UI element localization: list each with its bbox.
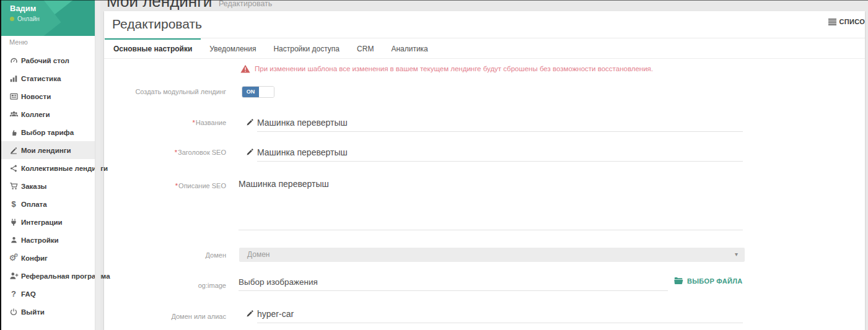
domain-select[interactable]: Домен ▾ [239,248,745,262]
card-header: Редактировать СПИСОК [104,11,865,38]
sidebar-item-label: Интеграции [21,219,63,226]
user-plus-icon [8,271,19,280]
sidebar-item-settings[interactable]: Настройки [0,231,95,249]
warning-text: При изменении шаблона все изменения в ва… [255,64,653,72]
folder-icon [674,277,683,285]
question-icon: ? [8,289,19,298]
page-title: Мои лендинги [107,0,212,11]
seo-description-textarea[interactable]: Машинка перевертыш [239,177,743,230]
app-window: Вадим Онлайн Меню Рабочий стол Статистик… [0,0,868,330]
breadcrumb: Редактировать [219,0,272,8]
tab-bar: Основные настройки Уведомления Настройки… [104,38,865,59]
dashboard-icon [8,56,19,65]
pen-icon [8,146,19,155]
og-image-field-label: og:image [104,282,226,289]
required-asterisk: * [175,182,178,189]
sidebar-item-label: Рабочий стол [21,57,69,64]
required-asterisk: * [193,119,195,126]
sidebar-nav: Рабочий стол Статистика Новости Коллеги … [0,51,95,321]
sidebar-item-label: Мои лендинги [21,147,71,154]
og-image-input[interactable] [239,274,668,291]
list-icon [828,19,836,25]
edit-pencil-icon[interactable] [246,309,254,320]
page-header: Мои лендинги Редактировать [107,0,664,11]
alias-field-label: Домен или алиас [104,313,226,320]
chevron-down-icon: ▾ [735,248,738,261]
window-left-edge [0,0,1,330]
sidebar-item-faq[interactable]: ? FAQ [0,285,95,303]
online-status-label: Онлайн [17,15,40,22]
sidebar-item-payment[interactable]: $ Оплата [0,195,95,213]
user-icon [8,236,19,244]
sidebar-item-label: FAQ [21,290,36,298]
sidebar-item-label: Заказы [21,183,46,190]
required-asterisk: * [175,149,177,156]
module-toggle[interactable]: ON [242,86,274,98]
cart-icon [8,181,19,191]
sidebar-item-label: Статистика [21,75,61,82]
domain-select-value: Домен [247,248,270,262]
plug-icon [8,218,19,227]
sidebar-item-label: Новости [21,93,51,100]
power-icon [8,308,19,316]
edit-pencil-icon[interactable] [246,147,254,158]
sidebar-item-orders[interactable]: Заказы [0,177,95,195]
list-button[interactable]: СПИСОК [828,18,866,25]
card-title: Редактировать [112,17,202,32]
bar-chart-icon [8,74,19,83]
tab-notifications[interactable]: Уведомления [201,38,265,58]
sidebar-item-tariff[interactable]: Выбор тарифа [0,123,95,141]
toggle-off-segment [259,87,274,97]
sidebar-item-label: Настройки [21,237,59,244]
domain-field-label: Домен [104,251,226,259]
sidebar-item-dashboard[interactable]: Рабочий стол [0,51,95,69]
template-warning: При изменении шаблона все изменения в ва… [240,64,653,73]
sidebar-item-statistics[interactable]: Статистика [0,69,95,87]
sidebar-scrollbar[interactable] [95,0,100,330]
tab-main-settings[interactable]: Основные настройки [105,38,201,58]
module-toggle-label: Создать модульный лендинг [104,88,226,95]
user-panel: Вадим Онлайн [0,0,95,36]
list-button-label: СПИСОК [840,18,866,25]
sidebar-item-logout[interactable]: Выйти [0,303,95,321]
sidebar-item-integrations[interactable]: Интеграции [0,213,95,231]
seo-title-field-label: *Заголовок SEO [104,149,226,156]
edit-card: Редактировать СПИСОК Основные настройки … [104,11,865,330]
tab-analytics[interactable]: Аналитика [382,38,436,58]
tab-access-settings[interactable]: Настройки доступа [265,38,348,58]
seo-title-input[interactable] [257,144,743,162]
user-status: Онлайн [10,15,40,22]
choose-file-button[interactable]: ВЫБОР ФАЙЛА [674,277,743,285]
news-icon [8,92,19,101]
menu-section-label: Меню [9,38,28,46]
edit-pencil-icon[interactable] [246,118,254,129]
hand-pointer-icon [8,128,19,137]
sidebar-item-colleagues[interactable]: Коллеги [0,105,95,123]
seo-description-field-label: *Описание SEO [104,182,226,189]
alias-input[interactable] [257,305,743,323]
warning-icon [240,64,250,73]
sidebar-item-label: Оплата [21,201,47,208]
dollar-icon: $ [8,199,19,209]
user-name: Вадим [10,4,36,13]
choose-file-label: ВЫБОР ФАЙЛА [687,277,743,285]
title-input[interactable] [257,114,743,132]
sidebar-item-config[interactable]: ⚙⚙ Конфиг [0,249,95,267]
window-top-edge [0,0,868,1]
sidebar-item-collective-landings[interactable]: Коллективные лендинги [0,159,95,177]
sidebar-item-my-landings[interactable]: Мои лендинги [0,141,95,159]
share-icon [8,164,19,173]
sidebar-item-news[interactable]: Новости [0,87,95,105]
sidebar: Вадим Онлайн Меню Рабочий стол Статистик… [0,0,95,330]
sidebar-item-label: Конфиг [21,254,48,262]
sidebar-item-referral[interactable]: Реферальная программа [0,267,95,285]
toggle-on-segment: ON [242,87,259,97]
online-status-dot [10,17,14,21]
tab-crm[interactable]: CRM [348,38,382,58]
gears-icon: ⚙⚙ [8,254,19,262]
users-icon [8,110,19,119]
sidebar-item-label: Выбор тарифа [21,129,74,136]
sidebar-item-label: Выйти [21,308,45,316]
sidebar-item-label: Коллеги [21,111,50,118]
title-field-label: *Название [104,119,226,126]
